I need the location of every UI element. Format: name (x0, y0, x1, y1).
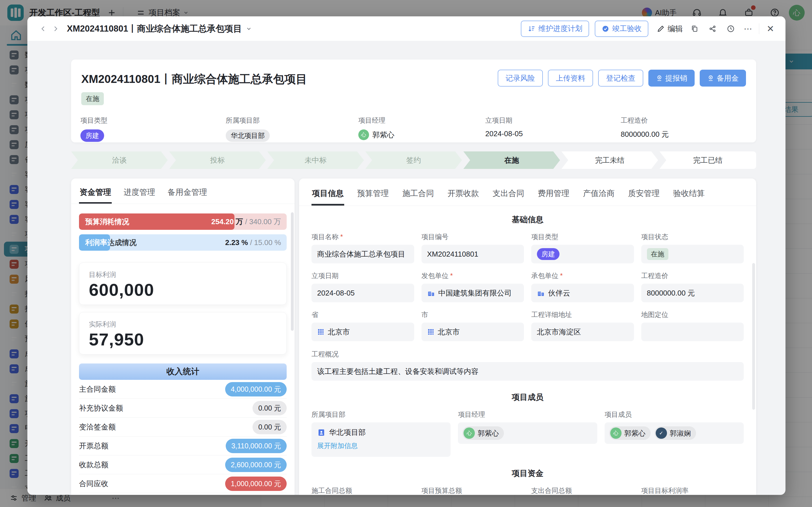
member-pill[interactable]: ✓ 郭淑娴 (655, 426, 696, 440)
manager-value-box[interactable]: 心 郭紫心 (458, 422, 597, 444)
stage-step[interactable]: 完工未结 (561, 152, 658, 169)
project-info-tab[interactable]: 费用管理 (537, 186, 570, 206)
more-actions-button[interactable]: ⋯ (743, 24, 753, 34)
form-field-label: 项目名称* (312, 232, 414, 241)
stage-step-label: 投标 (210, 155, 225, 165)
form-field-value[interactable]: 在施 (641, 245, 744, 263)
section-title-members: 项目成员 (312, 392, 744, 403)
copy-icon[interactable] (689, 22, 701, 35)
finance-tab[interactable]: 进度管理 (123, 184, 156, 204)
stage-step[interactable]: 投标 (169, 152, 266, 169)
stage-step[interactable]: 洽谈 (71, 152, 168, 169)
project-info-tab[interactable]: 开票收款 (447, 186, 480, 206)
member-pill[interactable]: 心 郭紫心 (609, 426, 651, 440)
member-name: 郭紫心 (625, 429, 646, 438)
profit-rate-bar: 利润率达成情况 2.23 % / 15.00 % 利润率达成情况 2.23 % … (79, 234, 287, 251)
finance-panel: 资金管理 进度管理 备用金管理 预算消耗情况 254.20 万 (71, 178, 294, 495)
stage-step-label: 在施 (504, 155, 519, 165)
prev-record-button[interactable] (37, 22, 49, 35)
completion-acceptance-button[interactable]: 竣工验收 (595, 20, 648, 37)
form-field: 项目状态 在施 (641, 232, 744, 263)
form-field: 工程详细地址 北京市海淀区 (531, 310, 634, 341)
maintain-schedule-button[interactable]: 维护进度计划 (521, 20, 589, 37)
form-field-value[interactable]: 中国建筑集团有限公司 (422, 284, 524, 302)
form-field-value[interactable]: 8000000.00 元 (641, 284, 744, 302)
building-icon (537, 289, 545, 297)
member-name: 郭紫心 (478, 429, 499, 438)
form-field: 省 北京市 (312, 310, 414, 341)
dept-value-box[interactable]: 华北项目部 展开附加信息 (312, 422, 450, 457)
summary-field-label: 项目经理 (358, 116, 394, 125)
fund-field: 支出合同总额 3,630,000.00 元 (531, 486, 634, 495)
fund-field-label: 施工合同总额 (312, 486, 414, 495)
stage-step[interactable]: 完工已结 (659, 152, 756, 169)
form-field-label: 地图定位 (641, 310, 744, 319)
stage-step[interactable]: 未中标 (267, 152, 364, 169)
basic-info-grid: 项目名称* 商业综合体施工总承包项目 (312, 232, 744, 341)
form-field-label: 发包单位* (422, 271, 524, 280)
stage-step[interactable]: 在施 (463, 152, 560, 169)
member-pill[interactable]: 心 郭紫心 (463, 426, 504, 440)
project-info-tab[interactable]: 产值洽商 (582, 186, 615, 206)
left-panel-scrollbar[interactable] (291, 212, 294, 331)
income-row: 合同应收 1,000,000.00 元 (79, 474, 287, 493)
summary-action-button[interactable]: 记录风险 (498, 70, 543, 87)
close-icon[interactable]: ✕ (765, 23, 776, 34)
stage-step[interactable]: 签约 (365, 152, 462, 169)
summary-action-button[interactable]: 备用金 (700, 70, 746, 87)
members-list-label: 项目成员 (605, 410, 744, 419)
summary-action-button[interactable]: 提报销 (648, 70, 695, 87)
finance-tab-label: 进度管理 (123, 188, 155, 196)
member-avatar: 心 (610, 428, 621, 439)
edit-button[interactable]: 编辑 (657, 24, 683, 34)
form-field-value[interactable]: 伙伴云 (531, 284, 634, 302)
title-dropdown-icon[interactable] (246, 26, 252, 32)
section-title-funds: 项目资金 (312, 468, 744, 479)
income-statistics-button[interactable]: 收入统计 (79, 363, 287, 380)
form-field: 承包单位* 伙伴云 (531, 271, 634, 302)
dept-field: 所属项目部 华北项目部 展开附加信息 (312, 410, 450, 457)
summary-action-label: 提报销 (665, 73, 687, 83)
right-panel-scrollbar[interactable] (752, 263, 755, 410)
form-field-value[interactable]: XM2024110801 (422, 245, 524, 263)
form-field: 地图定位 (641, 310, 744, 341)
form-field-value[interactable] (641, 323, 744, 341)
summary-actions: 记录风险 上传资料 (498, 70, 746, 87)
form-field-value[interactable]: 商业综合体施工总承包项目 (312, 245, 414, 263)
next-record-button[interactable] (49, 22, 62, 35)
stage-step-label: 未中标 (305, 155, 326, 165)
project-info-tab-label: 质安管理 (628, 189, 660, 198)
form-field-value[interactable]: 北京市 (422, 323, 524, 341)
share-icon[interactable] (706, 22, 719, 35)
target-profit-label: 目标利润 (89, 270, 277, 279)
summary-action-button[interactable]: 登记检查 (598, 70, 643, 87)
form-field-label: 项目类型 (531, 232, 634, 241)
project-info-tab[interactable]: 验收结算 (672, 186, 705, 206)
members-grid: 所属项目部 华北项目部 展开附加信息 项目经理 (312, 410, 744, 457)
summary-field-value: 华北项目部 (226, 129, 270, 142)
budget-consumption-bar: 预算消耗情况 254.20 万 / 340.00 万 预算消耗情况 254.20… (79, 214, 287, 230)
fund-field: 项目目标利润率 15.00% (641, 486, 744, 495)
modal-title: XM2024110801丨商业综合体施工总承包项目 (67, 23, 242, 35)
members-value-box[interactable]: 心 郭紫心 ✓ 郭淑娴 (605, 422, 744, 444)
form-field-value[interactable]: 房建 (531, 245, 634, 263)
stage-step-label: 完工已结 (693, 155, 722, 165)
money-icon (656, 74, 663, 82)
project-info-tab[interactable]: 施工合同 (402, 186, 434, 206)
members-field: 项目成员 心 郭紫心 ✓ 郭淑娴 (605, 410, 744, 457)
project-info-tab[interactable]: 支出合同 (492, 186, 525, 206)
summary-field-label: 工程造价 (621, 116, 669, 125)
form-field-value[interactable]: 北京市 (312, 323, 414, 341)
finance-tab[interactable]: 备用金管理 (167, 184, 208, 204)
finance-tab[interactable]: 资金管理 (79, 184, 112, 204)
history-clock-icon[interactable] (724, 22, 737, 35)
project-info-tab[interactable]: 项目信息 (312, 186, 344, 206)
form-field-value[interactable]: 北京市海淀区 (531, 323, 634, 341)
expand-info-link[interactable]: 展开附加信息 (317, 441, 445, 450)
project-info-tab[interactable]: 质安管理 (628, 186, 660, 206)
dept-value: 华北项目部 (329, 428, 366, 437)
overview-value[interactable]: 该工程主要包括土建工程、设备安装和调试等内容 (312, 362, 744, 381)
project-info-tab[interactable]: 预算管理 (357, 186, 389, 206)
form-field-value[interactable]: 2024-08-05 (312, 284, 414, 302)
summary-action-button[interactable]: 上传资料 (548, 70, 593, 87)
